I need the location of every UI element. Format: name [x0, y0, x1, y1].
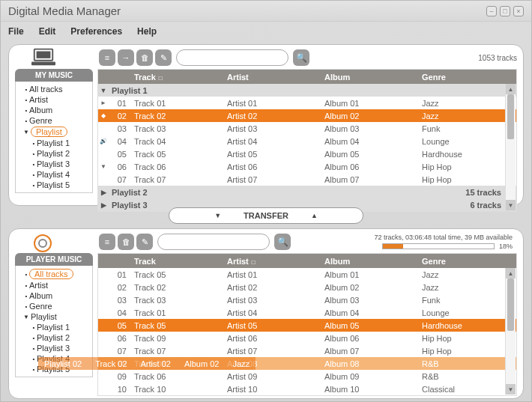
sidebar-item-label: Playlist 2 [37, 149, 70, 158]
track-name: Track 05 [130, 270, 227, 279]
scroll-down-icon[interactable]: ▼ [506, 200, 516, 210]
sidebar-item[interactable]: •Album [16, 290, 92, 301]
track-table-bottom: Track Artist□ Album Genre 01Track 05Arti… [97, 253, 517, 396]
sidebar-item[interactable]: •Playlist 2 [16, 148, 92, 159]
track-row[interactable]: 03Track 03Artist 03Album 03Funk [98, 122, 516, 135]
genre-name: Hardhouse [422, 321, 516, 330]
sidebar-item[interactable]: •Playlist 3 [16, 343, 92, 353]
sidebar-item[interactable]: •All tracks [16, 84, 92, 94]
track-row[interactable]: ▼06Track 06Artist 06Album 06Hip Hop [98, 160, 516, 173]
playlist-add-icon[interactable]: ≡ [99, 49, 115, 66]
track-row[interactable]: ◆02Track 02Artist 02Album 02Jazz [98, 109, 516, 122]
artist-name: Artist 03 [227, 124, 324, 133]
edit-icon[interactable]: ✎ [155, 49, 172, 66]
sidebar-item[interactable]: •Genre [16, 115, 92, 126]
bullet-icon: • [31, 140, 37, 147]
bullet-icon: • [23, 118, 29, 124]
artist-name: Artist 06 [227, 162, 324, 171]
genre-name: Jazz [422, 283, 516, 292]
bullet-icon: • [31, 171, 37, 178]
track-row[interactable]: 07Track 07Artist 07Album 07Hip Hop [98, 344, 516, 357]
menu-preferences[interactable]: Preferences [70, 26, 122, 37]
delete-icon[interactable]: 🗑 [136, 49, 153, 66]
search-input-top[interactable] [176, 49, 288, 66]
sidebar-item[interactable]: •Playlist 5 [16, 180, 92, 190]
scroll-thumb[interactable] [507, 278, 514, 331]
track-row[interactable]: 05Track 05Artist 05Album 05Hardhouse [98, 319, 516, 332]
menu-file[interactable]: File [8, 26, 24, 37]
playlist-group-row[interactable]: ▼Playlist 1 [98, 84, 516, 97]
edit-icon[interactable]: ✎ [136, 234, 153, 250]
minimize-icon[interactable]: – [486, 6, 497, 16]
scroll-thumb[interactable] [507, 94, 514, 139]
search-button-top[interactable]: 🔍 [293, 49, 309, 66]
scroll-up-icon[interactable]: ▲ [506, 84, 516, 94]
col-genre[interactable]: Genre [422, 73, 516, 82]
sidebar-item[interactable]: •Playlist 3 [16, 159, 92, 169]
sidebar-item[interactable]: •Genre [16, 301, 92, 311]
artist-name: Artist 01 [227, 99, 324, 108]
sidebar-item[interactable]: •Playlist 1 [16, 138, 92, 148]
sidebar-item-label: Playlist [31, 127, 67, 137]
menu-edit[interactable]: Edit [39, 26, 56, 37]
expand-icon: ▼ [23, 314, 29, 320]
sidebar-item[interactable]: •Artist [16, 94, 92, 105]
close-icon[interactable]: × [513, 6, 524, 16]
bullet-icon: • [31, 182, 37, 189]
bullet-icon: • [31, 366, 37, 373]
track-row[interactable]: 05Track 05Artist 05Album 05Hardhouse [98, 147, 516, 160]
track-row[interactable]: 07Track 07Artist 07Album 07Hip Hop [98, 173, 516, 186]
search-input-bottom[interactable] [157, 234, 270, 250]
genre-name: Hip Hop [422, 347, 516, 356]
col-artist[interactable]: Artist□ [227, 257, 324, 266]
track-num: 06 [109, 162, 130, 171]
sidebar-header-top: MY MUSIC [15, 69, 93, 82]
track-row[interactable]: 10Track 10Artist 10Album 10Classical [98, 383, 516, 395]
delete-icon[interactable]: 🗑 [118, 234, 134, 250]
track-row[interactable]: 04Track 01Artist 04Album 04Lounge [98, 306, 516, 319]
scroll-down-icon[interactable]: ▼ [506, 384, 516, 395]
col-track[interactable]: Track□ [130, 73, 227, 82]
col-album[interactable]: Album [324, 257, 422, 266]
track-name: Track 06 [130, 162, 227, 171]
sidebar-item[interactable]: •Playlist 4 [16, 169, 92, 180]
transfer-button[interactable]: ▼ TRANSFER ▲ [169, 207, 363, 224]
album-name: Album 07 [324, 347, 422, 356]
sidebar-item[interactable]: ▼Playlist [16, 126, 92, 138]
scrollbar-bottom[interactable]: ▲ ▼ [505, 268, 516, 395]
maximize-icon[interactable]: □ [500, 6, 510, 16]
track-row[interactable]: 03Track 03Artist 03Album 03Funk [98, 293, 516, 306]
col-genre[interactable]: Genre [422, 257, 516, 266]
sidebar-item-label: Genre [29, 302, 52, 311]
col-album[interactable]: Album [324, 73, 422, 82]
playlist-add-icon[interactable]: ≡ [99, 234, 115, 250]
artist-name: Artist 02 [227, 283, 324, 292]
col-artist[interactable]: Artist [227, 73, 324, 82]
track-row[interactable]: 06Track 09Artist 06Album 06Hip Hop [98, 332, 516, 344]
menu-help[interactable]: Help [137, 26, 157, 37]
genre-name: Hip Hop [422, 175, 516, 184]
playlist-group-row[interactable]: ▶Playlist 215 tracks [98, 186, 516, 198]
expand-icon: ▶ [98, 201, 109, 209]
track-row[interactable]: 02Track 02Artist 02Album 02Jazz [98, 281, 516, 293]
track-row[interactable]: 🔊04Track 04Artist 04Album 04Lounge [98, 135, 516, 147]
track-row[interactable]: 08Track 08Artist 08Album 08R&BPlaylist 0… [98, 357, 516, 370]
search-button-bottom[interactable]: 🔍 [274, 234, 291, 250]
sidebar-item[interactable]: •Playlist 1 [16, 322, 92, 332]
sidebar-item[interactable]: •Artist [16, 280, 92, 290]
titlebar: Digital Media Manager – □ × [1, 1, 531, 22]
sidebar-item[interactable]: •Album [16, 105, 92, 115]
track-num: 06 [109, 334, 130, 343]
col-track[interactable]: Track [130, 257, 227, 266]
track-row[interactable]: 01Track 05Artist 01Album 01Jazz [98, 268, 516, 281]
sidebar-item[interactable]: ▼Playlist [16, 311, 92, 322]
sidebar-item[interactable]: •All tracks [16, 268, 92, 280]
sidebar-item[interactable]: •Playlist 2 [16, 332, 92, 343]
scroll-up-icon[interactable]: ▲ [506, 268, 516, 278]
track-row[interactable]: 09Track 06Artist 09Album 09R&B [98, 370, 516, 383]
album-name: Album 06 [324, 334, 422, 343]
track-row[interactable]: ►01Track 01Artist 01Album 01Jazz [98, 97, 516, 109]
track-num: 10 [109, 385, 130, 394]
scrollbar-top[interactable]: ▲ ▼ [505, 84, 516, 210]
playlist-transfer-icon[interactable]: → [118, 49, 134, 66]
